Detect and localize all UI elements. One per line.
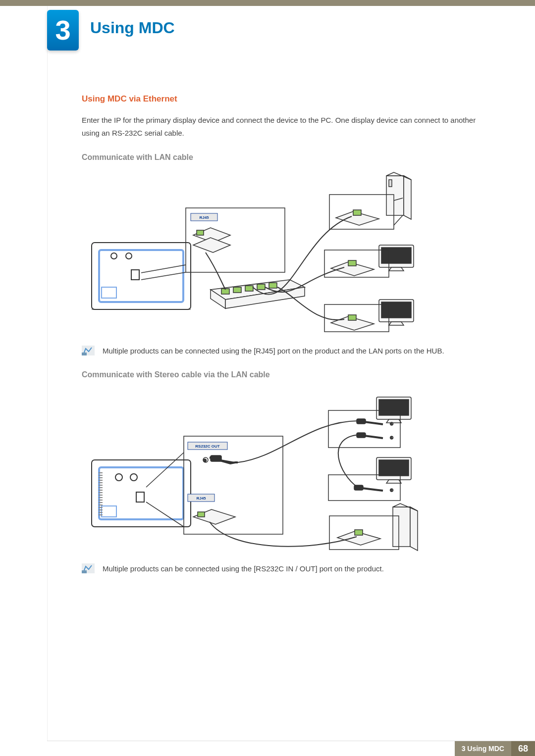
svg-point-3 xyxy=(126,253,132,259)
label-rj45: RJ45 xyxy=(199,215,209,220)
chapter-title: Using MDC xyxy=(90,19,175,37)
svg-text:①: ① xyxy=(390,436,393,440)
svg-rect-26 xyxy=(348,260,356,266)
note-lan-text: Multiple products can be connected using… xyxy=(103,345,444,357)
svg-line-8 xyxy=(141,265,186,273)
svg-rect-45 xyxy=(211,455,221,461)
svg-line-22 xyxy=(394,215,403,225)
svg-rect-14 xyxy=(245,286,253,291)
svg-rect-49 xyxy=(379,400,409,415)
svg-rect-39 xyxy=(184,436,283,534)
footer-page-number: 68 xyxy=(511,741,535,756)
diagram-lan-cable: RJ45 xyxy=(82,171,488,337)
svg-rect-18 xyxy=(389,180,392,187)
note-stereo: Multiple products can be connected using… xyxy=(82,562,488,575)
svg-rect-4 xyxy=(131,270,139,280)
svg-line-9 xyxy=(141,272,186,280)
svg-rect-5 xyxy=(102,287,116,298)
note-icon xyxy=(82,346,95,355)
subheading-lan: Communicate with LAN cable xyxy=(82,153,488,162)
svg-rect-10 xyxy=(197,230,204,235)
subheading-stereo: Communicate with Stereo cable via the LA… xyxy=(82,370,488,379)
diagram-stereo-lan: RS232C OUT ② RJ45 xyxy=(82,388,488,556)
svg-point-35 xyxy=(115,474,122,481)
chapter-badge: 3 xyxy=(47,10,79,50)
svg-rect-16 xyxy=(269,283,277,288)
sidebar-rule xyxy=(47,6,48,741)
svg-line-41 xyxy=(146,502,184,527)
note-icon xyxy=(82,563,95,573)
svg-rect-15 xyxy=(257,284,265,290)
svg-text:①: ① xyxy=(390,488,393,493)
section-heading-ethernet: Using MDC via Ethernet xyxy=(82,94,488,104)
svg-rect-56 xyxy=(379,460,409,476)
svg-rect-64 xyxy=(82,570,87,573)
header-bar xyxy=(0,0,535,6)
section-body-ethernet: Enter the IP for the primary display dev… xyxy=(82,114,488,139)
svg-rect-32 xyxy=(82,353,87,355)
svg-rect-37 xyxy=(136,492,144,502)
svg-rect-60 xyxy=(393,507,410,547)
note-lan: Multiple products can be connected using… xyxy=(82,345,488,357)
chapter-number: 3 xyxy=(55,16,70,44)
svg-rect-62 xyxy=(355,530,363,535)
svg-rect-20 xyxy=(353,210,361,215)
label-rs232c-out: RS232C OUT xyxy=(195,444,219,449)
page-footer: 3 Using MDC 68 xyxy=(0,741,535,756)
svg-rect-61 xyxy=(329,516,399,550)
svg-point-2 xyxy=(111,253,117,259)
svg-rect-30 xyxy=(348,315,356,320)
svg-text:①: ① xyxy=(390,422,393,426)
svg-rect-47 xyxy=(198,512,205,517)
svg-point-36 xyxy=(130,474,137,481)
svg-rect-38 xyxy=(102,506,116,517)
label-rj45-b: RJ45 xyxy=(196,496,206,501)
svg-rect-34 xyxy=(99,467,183,519)
page-content: Using MDC via Ethernet Enter the IP for … xyxy=(82,94,488,588)
footer-chapter-label: 3 Using MDC xyxy=(455,741,511,756)
svg-line-40 xyxy=(146,453,184,487)
svg-text:②: ② xyxy=(203,458,207,463)
svg-rect-13 xyxy=(233,287,241,293)
note-stereo-text: Multiple products can be connected using… xyxy=(103,562,384,575)
svg-rect-0 xyxy=(92,243,191,309)
